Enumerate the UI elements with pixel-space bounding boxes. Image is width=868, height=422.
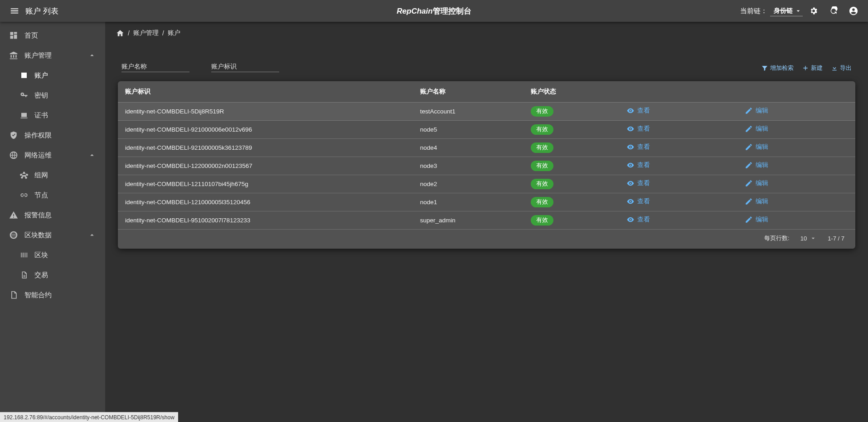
sidebar-item-key[interactable]: 密钥 [15, 85, 102, 105]
account-id-input[interactable] [211, 60, 279, 72]
breadcrumb: / 账户管理 / 账户 [105, 22, 868, 42]
status-badge: 有效 [531, 215, 553, 226]
edit-button[interactable]: 编辑 [745, 125, 768, 133]
export-button[interactable]: 导出 [831, 64, 852, 72]
chevron-up-icon [88, 231, 96, 239]
sidebar-item-net-ops[interactable]: 网络运维 [4, 145, 102, 165]
sidebar-item-alarm[interactable]: 报警信息 [4, 205, 102, 225]
view-button[interactable]: 查看 [626, 107, 650, 115]
cell-name: node4 [413, 139, 524, 157]
view-label: 查看 [637, 179, 650, 187]
edit-button[interactable]: 编辑 [745, 197, 768, 206]
sidebar-item-label: 节点 [34, 191, 48, 200]
sidebar-item-account-mgmt[interactable]: 账户管理 [4, 45, 102, 65]
sidebar-item-home[interactable]: 首页 [4, 25, 102, 45]
cell-name: node5 [413, 121, 524, 139]
user-circle-icon [849, 6, 858, 16]
cell-status: 有效 [524, 103, 620, 121]
view-button[interactable]: 查看 [626, 125, 650, 133]
table-row[interactable]: identity-net-COMBDELI-921000005k36123789… [118, 139, 855, 157]
sidebar-item-node[interactable]: 节点 [15, 185, 102, 205]
bank-icon [9, 51, 18, 60]
pencil-icon [745, 161, 753, 169]
create-button[interactable]: 新建 [802, 64, 823, 72]
table-row[interactable]: identity-net-COMBDELI-951002007l78123233… [118, 211, 855, 230]
eye-icon [626, 197, 635, 206]
edit-label: 编辑 [756, 125, 768, 133]
export-label: 导出 [840, 64, 852, 72]
sidebar-item-label: 账户 [34, 71, 48, 80]
sidebar: 首页 账户管理 账户 密钥 证书 [0, 22, 105, 412]
edit-button[interactable]: 编辑 [745, 179, 768, 187]
view-button[interactable]: 查看 [626, 143, 650, 151]
table-row[interactable]: identity-net-COMBDELI-5Dij8R519RtestAcco… [118, 103, 855, 121]
app-title-em: RepChain [397, 7, 432, 15]
view-button[interactable]: 查看 [626, 197, 650, 206]
sidebar-item-op-perm[interactable]: 操作权限 [4, 125, 102, 145]
table-row[interactable]: identity-net-COMBDELI-121000005l35120456… [118, 193, 855, 211]
filter-row: 增加检索 新建 导出 [118, 60, 855, 81]
app-title: RepChain管理控制台 [397, 6, 471, 16]
edit-button[interactable]: 编辑 [745, 143, 768, 151]
view-label: 查看 [637, 197, 650, 206]
cell-status: 有效 [524, 139, 620, 157]
gear-icon [809, 6, 818, 15]
account-name-input[interactable] [121, 60, 189, 72]
cert-icon [20, 111, 28, 119]
breadcrumb-account-mgmt[interactable]: 账户管理 [133, 29, 159, 37]
pencil-icon [745, 125, 753, 133]
sidebar-item-account[interactable]: 账户 [15, 65, 102, 85]
col-status[interactable]: 账户状态 [524, 81, 620, 103]
filter-account-id [211, 60, 279, 72]
chain-select[interactable]: 身份链 [770, 6, 803, 16]
table-row[interactable]: identity-net-COMBDELI-921000006e0012v696… [118, 121, 855, 139]
table-row[interactable]: identity-net-COMBDELI-12110107bi45jh675g… [118, 175, 855, 193]
chain-value: 身份链 [774, 7, 793, 15]
cell-status: 有效 [524, 175, 620, 193]
sidebar-item-tx[interactable]: 交易 [15, 265, 102, 285]
view-label: 查看 [637, 107, 650, 115]
settings-button[interactable] [805, 2, 823, 20]
download-icon [831, 64, 838, 72]
edit-label: 编辑 [756, 216, 768, 224]
cell-id: identity-net-COMBDELI-951002007l78123233 [118, 211, 413, 230]
breadcrumb-sep: / [128, 29, 130, 37]
add-filter-button[interactable]: 增加检索 [761, 64, 794, 72]
accounts-table: 账户标识 账户名称 账户状态 identity-net-COMBDELI-5Di… [118, 81, 855, 230]
sidebar-item-contract[interactable]: 智能合约 [4, 285, 102, 305]
breadcrumb-account[interactable]: 账户 [168, 29, 180, 37]
view-button[interactable]: 查看 [626, 216, 650, 224]
edit-button[interactable]: 编辑 [745, 216, 768, 224]
profile-button[interactable] [844, 2, 863, 20]
view-button[interactable]: 查看 [626, 179, 650, 187]
edit-button[interactable]: 编辑 [745, 107, 768, 115]
rows-per-page-select[interactable]: 10 [800, 235, 817, 242]
rows-per-page-label: 每页行数: [764, 234, 790, 242]
cell-status: 有效 [524, 211, 620, 230]
content-card: 增加检索 新建 导出 账户标识 [114, 53, 859, 252]
chevron-up-icon [88, 151, 96, 159]
col-id[interactable]: 账户标识 [118, 81, 413, 103]
table-row[interactable]: identity-net-COMBDELI-122000002n00123567… [118, 157, 855, 175]
chevron-up-icon [88, 51, 96, 59]
home-icon[interactable] [116, 29, 124, 37]
globe-icon [9, 151, 18, 160]
sidebar-item-block[interactable]: 区块 [15, 245, 102, 265]
sidebar-item-block-data[interactable]: 区块数据 [4, 225, 102, 245]
warning-icon [9, 211, 18, 220]
cell-id: identity-net-COMBDELI-5Dij8R519R [118, 103, 413, 121]
sidebar-item-network[interactable]: 组网 [15, 165, 102, 185]
sidebar-item-label: 交易 [34, 271, 48, 280]
col-name[interactable]: 账户名称 [413, 81, 524, 103]
view-label: 查看 [637, 216, 650, 224]
view-button[interactable]: 查看 [626, 161, 650, 169]
refresh-button[interactable] [824, 2, 843, 20]
sidebar-item-label: 智能合约 [24, 291, 52, 299]
file-icon [9, 290, 18, 299]
edit-button[interactable]: 编辑 [745, 161, 768, 169]
menu-button[interactable] [5, 2, 24, 20]
sidebar-item-cert[interactable]: 证书 [15, 105, 102, 125]
chevron-down-icon [795, 7, 802, 15]
edit-label: 编辑 [756, 197, 768, 206]
breadcrumb-sep: / [162, 29, 164, 37]
